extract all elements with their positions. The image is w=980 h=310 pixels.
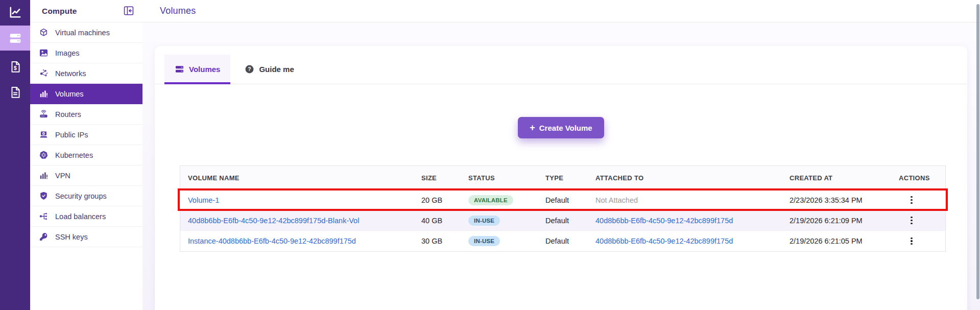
size-value: 30 GB bbox=[421, 237, 468, 245]
sidebar-item-label: SSH keys bbox=[55, 233, 88, 241]
tab-label: Volumes bbox=[189, 65, 220, 74]
invoice-icon: $ bbox=[9, 60, 22, 74]
sidebar-item-kubernetes[interactable]: Kubernetes bbox=[30, 145, 142, 165]
active-tab-underline bbox=[164, 82, 230, 84]
table-row: Volume-1 20 GB AVAILABLE Default Not Att… bbox=[180, 190, 945, 210]
sidebar-item-label: VPN bbox=[55, 172, 70, 180]
col-actions: ACTIONS bbox=[899, 174, 945, 182]
tab-guide-me[interactable]: ? Guide me bbox=[234, 55, 304, 84]
sidebar-item-virtual-machines[interactable]: Virtual machines bbox=[30, 22, 142, 43]
table-header-row: VOLUME NAME SIZE STATUS TYPE ATTACHED TO… bbox=[180, 166, 945, 190]
type-value: Default bbox=[545, 217, 595, 225]
sidebar-item-label: Kubernetes bbox=[55, 151, 93, 159]
server-icon bbox=[9, 32, 22, 45]
question-icon: ? bbox=[245, 64, 254, 74]
row-actions-kebab-icon[interactable] bbox=[906, 195, 917, 206]
monitoring-rail-item[interactable] bbox=[0, 5, 30, 19]
sidebar-item-label: Load balancers bbox=[55, 212, 106, 221]
volume-name-link[interactable]: 40d8b6bb-E6fb-4c50-9e12-42bc899f175d-Bla… bbox=[188, 217, 359, 225]
sidebar-item-label: Networks bbox=[55, 69, 86, 78]
col-volume-name: VOLUME NAME bbox=[180, 174, 421, 182]
type-value: Default bbox=[545, 237, 595, 245]
row-actions-kebab-icon[interactable] bbox=[906, 215, 917, 226]
router-icon bbox=[39, 109, 49, 119]
public-ip-icon bbox=[39, 130, 49, 139]
status-badge: IN-USE bbox=[468, 216, 500, 226]
created-at-value: 2/19/2026 6:21:05 PM bbox=[790, 237, 899, 245]
cube-icon bbox=[39, 28, 49, 37]
sidebar-header: Compute bbox=[30, 0, 142, 22]
volumes-card: Volumes ? Guide me + Create Volume bbox=[155, 46, 967, 310]
key-icon bbox=[39, 232, 49, 242]
bars-icon bbox=[39, 171, 49, 180]
shield-icon bbox=[39, 191, 49, 201]
row-actions-kebab-icon[interactable] bbox=[906, 235, 917, 247]
kubernetes-icon bbox=[39, 150, 49, 160]
sidebar-item-label: Security groups bbox=[55, 192, 107, 200]
sidebar-item-label: Volumes bbox=[55, 90, 84, 98]
content-area: Volumes ? Guide me + Create Volume bbox=[142, 22, 980, 310]
created-at-value: 2/19/2026 6:21:09 PM bbox=[790, 217, 899, 225]
compute-rail-item-selected[interactable] bbox=[0, 26, 30, 51]
size-value: 40 GB bbox=[421, 217, 468, 225]
volumes-table: VOLUME NAME SIZE STATUS TYPE ATTACHED TO… bbox=[180, 165, 946, 252]
plus-icon: + bbox=[530, 123, 535, 132]
col-status: STATUS bbox=[468, 174, 545, 182]
col-size: SIZE bbox=[421, 174, 468, 182]
topbar: Volumes bbox=[142, 0, 980, 22]
tab-volumes[interactable]: Volumes bbox=[164, 55, 230, 84]
sidebar-item-label: Routers bbox=[55, 110, 81, 118]
col-created-at: CREATED AT bbox=[790, 174, 899, 182]
create-volume-row: + Create Volume bbox=[155, 117, 967, 138]
main-area: Volumes Volumes ? Guide me bbox=[142, 0, 980, 310]
sidebar-item-security-groups[interactable]: Security groups bbox=[30, 186, 142, 206]
type-value: Default bbox=[545, 196, 595, 204]
server-icon bbox=[175, 64, 184, 74]
sidebar-item-label: Images bbox=[55, 49, 80, 57]
network-icon bbox=[39, 68, 49, 78]
sidebar-item-images[interactable]: Images bbox=[30, 43, 142, 63]
volume-name-link[interactable]: Instance-40d8b6bb-E6fb-4c50-9e12-42bc899… bbox=[188, 237, 356, 245]
attached-to-link[interactable]: 40d8b6bb-E6fb-4c50-9e12-42bc899f175d bbox=[595, 237, 733, 245]
size-value: 20 GB bbox=[421, 196, 468, 204]
collapse-sidebar-icon[interactable] bbox=[123, 5, 135, 17]
created-at-value: 2/23/2026 3:35:34 PM bbox=[790, 196, 899, 204]
status-badge: IN-USE bbox=[468, 236, 500, 246]
table-row: Instance-40d8b6bb-E6fb-4c50-9e12-42bc899… bbox=[180, 231, 945, 251]
document-icon bbox=[9, 86, 22, 99]
sidebar-item-load-balancers[interactable]: Load balancers bbox=[30, 206, 142, 227]
billing-rail-item[interactable]: $ bbox=[0, 60, 30, 74]
sidebar-item-networks[interactable]: Networks bbox=[30, 63, 142, 84]
compute-sidebar: Compute Virtual machines Images Networks… bbox=[30, 0, 142, 310]
sidebar-menu: Virtual machines Images Networks Volumes… bbox=[30, 22, 142, 247]
sidebar-item-label: Virtual machines bbox=[55, 29, 110, 37]
image-icon bbox=[39, 48, 49, 58]
line-chart-icon bbox=[9, 6, 22, 19]
svg-text:?: ? bbox=[248, 66, 251, 72]
sidebar-item-ssh-keys[interactable]: SSH keys bbox=[30, 227, 142, 247]
sidebar-item-routers[interactable]: Routers bbox=[30, 104, 142, 125]
sidebar-title: Compute bbox=[42, 7, 77, 16]
tab-bar: Volumes ? Guide me bbox=[155, 46, 967, 84]
vertical-scrollbar[interactable] bbox=[976, 4, 979, 299]
load-balancer-icon bbox=[39, 211, 49, 221]
status-badge: AVAILABLE bbox=[468, 195, 513, 205]
bars-icon bbox=[39, 89, 49, 99]
tab-label: Guide me bbox=[259, 65, 294, 74]
sidebar-item-public-ips[interactable]: Public IPs bbox=[30, 125, 142, 145]
volume-name-link[interactable]: Volume-1 bbox=[188, 196, 219, 204]
page-title: Volumes bbox=[160, 6, 196, 16]
sidebar-item-label: Public IPs bbox=[55, 131, 88, 139]
svg-text:$: $ bbox=[13, 65, 16, 71]
create-volume-label: Create Volume bbox=[539, 124, 592, 132]
col-attached-to: ATTACHED TO bbox=[595, 174, 790, 182]
sidebar-item-volumes[interactable]: Volumes bbox=[30, 84, 142, 104]
icon-rail: $ bbox=[0, 0, 30, 310]
table-row: 40d8b6bb-E6fb-4c50-9e12-42bc899f175d-Bla… bbox=[180, 210, 945, 231]
create-volume-button[interactable]: + Create Volume bbox=[518, 117, 604, 138]
documents-rail-item[interactable] bbox=[0, 85, 30, 100]
attached-to-value: Not Attached bbox=[595, 196, 790, 204]
col-type: TYPE bbox=[545, 174, 595, 182]
sidebar-item-vpn[interactable]: VPN bbox=[30, 165, 142, 186]
attached-to-link[interactable]: 40d8b6bb-E6fb-4c50-9e12-42bc899f175d bbox=[595, 217, 733, 225]
